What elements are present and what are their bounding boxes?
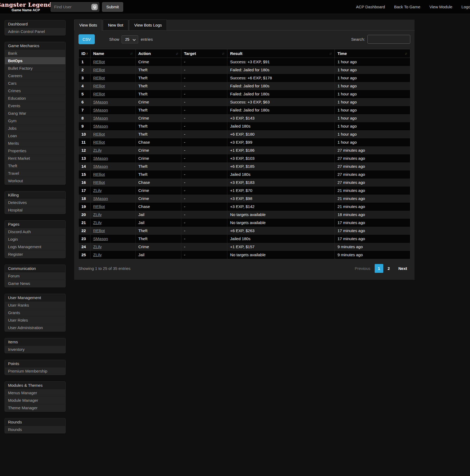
sidebar-item-rounds[interactable]: Rounds: [5, 426, 65, 433]
sidebar-item-bank[interactable]: Bank: [5, 50, 65, 57]
sidebar-group-header: Pages: [5, 221, 65, 228]
sidebar-item-module-manager[interactable]: Module Manager: [5, 397, 65, 404]
column-header-time[interactable]: Time ↓↑: [335, 49, 410, 58]
column-header-name[interactable]: Name ↓↑: [91, 49, 136, 58]
sidebar-item-admin-control-panel[interactable]: Admin Control Panel: [5, 28, 65, 35]
bot-name-link[interactable]: ZLily: [93, 188, 102, 193]
pagination-next[interactable]: Next: [395, 264, 410, 273]
pagination-page-1[interactable]: 1: [375, 264, 383, 273]
sidebar-item-travel[interactable]: Travel: [5, 170, 65, 177]
bot-name-link[interactable]: ZLily: [93, 212, 102, 217]
password-manager-icon[interactable]: [91, 4, 98, 10]
sidebar-group-header: Game Mechanics: [5, 42, 65, 50]
bot-name-link[interactable]: RElliot: [93, 59, 105, 64]
sidebar-item-user-ranks[interactable]: User Ranks: [5, 302, 65, 309]
sidebar-item-register[interactable]: Register: [5, 251, 65, 258]
sidebar-item-careers[interactable]: Careers: [5, 72, 65, 80]
topbar-nav-logout[interactable]: Logout: [461, 5, 470, 9]
sidebar-item-crimes[interactable]: Crimes: [5, 87, 65, 95]
sidebar-item-detectives[interactable]: Detectives: [5, 199, 65, 206]
sidebar: Dashboard Admin Control Panel Game Mecha…: [5, 20, 66, 440]
sort-icon: ↓↑: [85, 52, 88, 55]
tab-view-bots[interactable]: View Bots: [74, 20, 102, 31]
bot-name-link[interactable]: RElliot: [93, 172, 105, 177]
table-row: 15 RElliot Theft - Jailed 180s 27 minute…: [79, 170, 410, 178]
bot-name-link[interactable]: RElliot: [93, 140, 105, 144]
sidebar-item-game-news[interactable]: Game News: [5, 280, 65, 287]
bot-name-link[interactable]: SMason: [93, 108, 108, 112]
page-length-select[interactable]: 25: [122, 35, 138, 43]
sidebar-item-hospital[interactable]: Hospital: [5, 206, 65, 214]
bot-name-link[interactable]: ZLily: [93, 220, 102, 225]
cell-time: 1 hour ago: [335, 66, 410, 74]
sidebar-item-theme-manager[interactable]: Theme Manager: [5, 404, 65, 411]
bot-name-link[interactable]: RElliot: [93, 228, 105, 233]
cell-result: +3 EXP, $98: [227, 195, 335, 203]
column-header-target[interactable]: Target ↓↑: [181, 49, 227, 58]
sidebar-item-cars[interactable]: Cars: [5, 80, 65, 87]
sidebar-item-menus-manager[interactable]: Menus Manager: [5, 389, 65, 397]
sidebar-item-jobs[interactable]: Jobs: [5, 125, 65, 132]
submit-button[interactable]: Submit: [102, 2, 123, 12]
bot-name-link[interactable]: RElliot: [93, 92, 105, 96]
tab-new-bot[interactable]: New Bot: [103, 20, 128, 30]
bot-name-link[interactable]: SMason: [93, 116, 108, 120]
sidebar-item-workout[interactable]: Workout: [5, 177, 65, 184]
bot-name-link[interactable]: SMason: [93, 236, 108, 241]
sidebar-item-forum[interactable]: Forum: [5, 272, 65, 280]
bot-name-link[interactable]: RElliot: [93, 84, 105, 88]
bot-name-link[interactable]: RElliot: [93, 180, 105, 185]
pagination-previous[interactable]: Previous: [351, 264, 373, 273]
cell-target: -: [181, 114, 227, 122]
bot-name-link[interactable]: RElliot: [93, 76, 105, 80]
sidebar-item-education[interactable]: Education: [5, 95, 65, 102]
topbar-nav-view-module[interactable]: View Module: [430, 5, 453, 9]
csv-export-button[interactable]: CSV: [78, 34, 95, 44]
bot-name-link[interactable]: RElliot: [93, 204, 105, 209]
sidebar-item-properties[interactable]: Properties: [5, 147, 65, 155]
bot-name-link[interactable]: SMason: [93, 124, 108, 128]
bot-name-link[interactable]: SMason: [93, 196, 108, 201]
main-panel: View BotsNew BotView Bots Logs CSV Show …: [74, 20, 415, 280]
search-input[interactable]: [367, 35, 410, 44]
bot-name-link[interactable]: RElliot: [93, 132, 105, 136]
cell-name: ZLily: [91, 211, 136, 219]
topbar-nav-back-to-game[interactable]: Back To Game: [394, 5, 420, 9]
sidebar-item-gang-war[interactable]: Gang War: [5, 110, 65, 117]
bot-name-link[interactable]: SMason: [93, 156, 108, 161]
sidebar-item-grants[interactable]: Grants: [5, 309, 65, 317]
topbar-nav-acp-dashboard[interactable]: ACP Dashboard: [356, 5, 385, 9]
sidebar-item-loan[interactable]: Loan: [5, 132, 65, 140]
pagination-page-2[interactable]: 2: [384, 264, 393, 273]
bot-name-link[interactable]: SMason: [93, 100, 108, 104]
sidebar-group-dashboard: Dashboard Admin Control Panel: [5, 20, 66, 35]
cell-target: -: [181, 122, 227, 130]
sidebar-item-rent-market[interactable]: Rent Market: [5, 155, 65, 162]
sidebar-item-bullet-factory[interactable]: Bullet Factory: [5, 65, 65, 72]
tab-view-bots-logs[interactable]: View Bots Logs: [129, 20, 167, 30]
sidebar-item-discord-auth[interactable]: Discord Auth: [5, 228, 65, 236]
bot-name-link[interactable]: SMason: [93, 164, 108, 169]
sidebar-item-gym[interactable]: Gym: [5, 117, 65, 125]
sidebar-group-items: BankBotOpsBullet FactoryCareersCarsCrime…: [5, 50, 65, 184]
sidebar-item-theft[interactable]: Theft: [5, 162, 65, 170]
bots-log-table: ID ↓↑ Name ↓↑ Action ↓↑ Target ↓↑ Result…: [78, 49, 410, 259]
sidebar-item-user-administration[interactable]: User Administration: [5, 324, 65, 331]
sidebar-item-user-roles[interactable]: User Roles: [5, 317, 65, 324]
bot-name-link[interactable]: RElliot: [93, 68, 105, 72]
entries-label: entries: [141, 37, 153, 42]
column-header-action[interactable]: Action ↓↑: [136, 49, 181, 58]
bot-name-link[interactable]: ZLily: [93, 252, 102, 257]
column-header-id[interactable]: ID ↓↑: [79, 49, 91, 58]
sidebar-item-login[interactable]: Login: [5, 236, 65, 243]
bot-name-link[interactable]: ZLily: [93, 148, 102, 153]
sidebar-item-logs-management[interactable]: Logs Management: [5, 243, 65, 251]
bot-name-link[interactable]: ZLily: [93, 244, 102, 249]
sidebar-item-events[interactable]: Events: [5, 102, 65, 110]
sidebar-item-premium-membership[interactable]: Premium Membership: [5, 367, 65, 375]
topbar: Gangster Legends Game Name ACP Submit AC…: [0, 0, 470, 14]
sidebar-item-botops[interactable]: BotOps: [5, 57, 65, 65]
sidebar-item-inventory[interactable]: Inventory: [5, 346, 65, 353]
sidebar-item-merits[interactable]: Merits: [5, 140, 65, 147]
column-header-result[interactable]: Result ↓↑: [227, 49, 335, 58]
